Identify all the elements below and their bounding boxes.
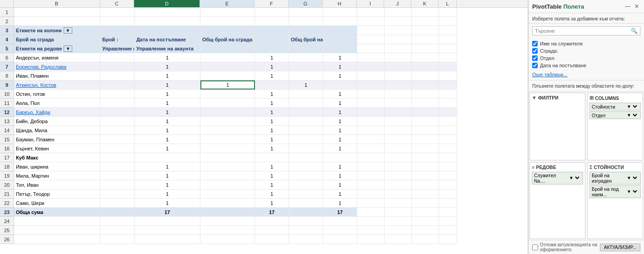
cell-b11[interactable]: Аяла, Пол: [14, 99, 100, 108]
cell-l26[interactable]: [439, 235, 457, 244]
cell-j23[interactable]: [384, 208, 412, 217]
cell-h10[interactable]: 1: [323, 90, 357, 99]
cell-j11[interactable]: [384, 99, 412, 108]
cell-d6[interactable]: 1: [135, 53, 200, 62]
cell-c18[interactable]: [100, 162, 135, 171]
columns-dept-dropdown[interactable]: ▼: [625, 112, 639, 118]
pivot-close-button[interactable]: ✕: [633, 3, 640, 10]
row-num-8[interactable]: 8: [0, 71, 14, 80]
cell-b26[interactable]: [14, 235, 100, 244]
cell-b22[interactable]: Само, Шери: [14, 199, 100, 208]
cell-e2[interactable]: [200, 17, 255, 26]
col-header-J[interactable]: J: [384, 0, 411, 7]
cell-f1[interactable]: [255, 8, 289, 17]
cell-k14[interactable]: [412, 126, 439, 135]
cell-d4[interactable]: Дата на постъпване: [135, 35, 200, 44]
cell-d26[interactable]: [135, 235, 200, 244]
cell-c4[interactable]: Брой ↕: [100, 35, 135, 44]
cell-e21[interactable]: [200, 189, 255, 199]
cell-l12[interactable]: [439, 108, 457, 117]
cell-b6[interactable]: Андерсън, изменя: [14, 53, 100, 62]
cell-l15[interactable]: [439, 135, 457, 144]
cell-i14[interactable]: [357, 126, 384, 135]
cell-i9[interactable]: [357, 80, 384, 90]
cell-b3[interactable]: Етикети на колони ▼: [14, 26, 100, 35]
cell-g10[interactable]: [289, 90, 323, 99]
col-header-L[interactable]: L: [439, 0, 457, 7]
pivot-minimize-button[interactable]: —: [624, 3, 631, 10]
cell-b4[interactable]: Брой на сграда: [14, 35, 100, 44]
row-num-21[interactable]: 21: [0, 189, 14, 199]
cell-i8[interactable]: [357, 71, 384, 80]
cell-k24[interactable]: [412, 217, 439, 226]
cell-l5[interactable]: [439, 44, 457, 53]
cell-k2[interactable]: [412, 17, 439, 26]
rows-employee-dropdown[interactable]: ▼: [567, 175, 581, 181]
row-num-9[interactable]: 9: [0, 80, 14, 90]
cell-f8[interactable]: 1: [255, 71, 289, 80]
cell-f25[interactable]: [255, 226, 289, 235]
cell-i20[interactable]: [357, 180, 384, 189]
cell-g9[interactable]: 1: [289, 80, 323, 90]
col-header-H[interactable]: H: [323, 0, 357, 7]
cell-h17[interactable]: [323, 153, 357, 162]
cell-j14[interactable]: [384, 126, 412, 135]
cell-i16[interactable]: [357, 144, 384, 153]
cell-j19[interactable]: [384, 171, 412, 180]
cell-e1[interactable]: [200, 8, 255, 17]
cell-e12[interactable]: [200, 108, 255, 117]
values-built-dropdown[interactable]: ▼: [625, 175, 639, 181]
cell-d5[interactable]: Управление на акаунта: [135, 44, 200, 53]
cell-k16[interactable]: [412, 144, 439, 153]
cell-g21[interactable]: [289, 189, 323, 199]
cell-g17[interactable]: [289, 153, 323, 162]
cell-d12[interactable]: 1: [135, 108, 200, 117]
cell-f4[interactable]: [255, 35, 289, 44]
cell-i26[interactable]: [357, 235, 384, 244]
cell-g11[interactable]: [289, 99, 323, 108]
cell-k9[interactable]: [412, 80, 439, 90]
cell-g8[interactable]: [289, 71, 323, 80]
cell-d22[interactable]: 1: [135, 199, 200, 208]
cell-j13[interactable]: [384, 117, 412, 126]
cell-c13[interactable]: [100, 117, 135, 126]
cell-l4[interactable]: [439, 35, 457, 44]
col-header-B[interactable]: B: [14, 0, 100, 7]
cell-k18[interactable]: [412, 162, 439, 171]
cell-j22[interactable]: [384, 199, 412, 208]
cell-j7[interactable]: [384, 62, 412, 71]
cell-j9[interactable]: [384, 80, 412, 90]
cell-f9[interactable]: [255, 80, 289, 90]
cell-c12[interactable]: [100, 108, 135, 117]
cell-j26[interactable]: [384, 235, 412, 244]
pivot-update-button[interactable]: АКТУАЛИЗИР...: [600, 244, 640, 251]
cell-b19[interactable]: Мила, Мартин: [14, 171, 100, 180]
cell-c15[interactable]: [100, 135, 135, 144]
cell-j6[interactable]: [384, 53, 412, 62]
cell-h24[interactable]: [323, 217, 357, 226]
cell-d14[interactable]: 1: [135, 126, 200, 135]
cell-j12[interactable]: [384, 108, 412, 117]
row-num-22[interactable]: 22: [0, 199, 14, 208]
cell-e20[interactable]: [200, 180, 255, 189]
cell-f23[interactable]: 17: [255, 208, 289, 217]
cell-f20[interactable]: 1: [255, 180, 289, 189]
col-header-K[interactable]: K: [411, 0, 439, 7]
cell-d21[interactable]: 1: [135, 189, 200, 199]
cell-i19[interactable]: [357, 171, 384, 180]
cell-l21[interactable]: [439, 189, 457, 199]
cell-i24[interactable]: [357, 217, 384, 226]
cell-f10[interactable]: 1: [255, 90, 289, 99]
cell-l11[interactable]: [439, 99, 457, 108]
cell-k10[interactable]: [412, 90, 439, 99]
cell-i17[interactable]: [357, 153, 384, 162]
row-num-1[interactable]: 1: [0, 8, 14, 17]
cell-l19[interactable]: [439, 171, 457, 180]
cell-e9[interactable]: 1: [200, 80, 255, 90]
row-num-25[interactable]: 25: [0, 226, 14, 235]
cell-i13[interactable]: [357, 117, 384, 126]
cell-g4[interactable]: Общ брой на датата: [289, 35, 323, 44]
cell-c17[interactable]: [100, 153, 135, 162]
cell-f14[interactable]: 1: [255, 126, 289, 135]
col-header-D[interactable]: D: [134, 0, 200, 7]
